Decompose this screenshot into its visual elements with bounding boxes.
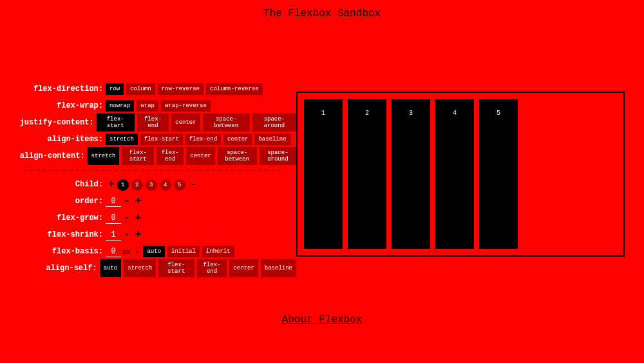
controls-panel: flex-direction: rowcolumnrow-reversecolu…	[0, 19, 296, 277]
section-divider	[23, 170, 281, 171]
flex-shrink-row: flex-shrink: - +	[0, 226, 296, 243]
align-items-option-flex-start[interactable]: flex-start	[140, 133, 183, 145]
flex-shrink-minus-button[interactable]: -	[121, 229, 133, 240]
align-items-label: align-items:	[0, 135, 106, 144]
flex-shrink-input[interactable]	[106, 230, 121, 240]
flex-wrap-option-wrap-reverse[interactable]: wrap-reverse	[161, 100, 211, 112]
order-minus-button[interactable]: -	[121, 195, 133, 207]
child-tab-2[interactable]: 2	[131, 179, 143, 191]
align-self-option-baseline[interactable]: baseline	[261, 259, 296, 277]
flex-item: 4	[435, 99, 474, 249]
flex-wrap-option-nowrap[interactable]: nowrap	[106, 100, 134, 112]
flex-grow-input[interactable]	[106, 213, 121, 224]
align-items-option-stretch[interactable]: stretch	[106, 133, 138, 145]
flex-item: 2	[348, 99, 386, 249]
flex-basis-label: flex-basis:	[0, 247, 106, 256]
align-content-option-flex-start[interactable]: flex-start	[122, 147, 154, 165]
flex-grow-minus-button[interactable]: -	[121, 212, 133, 224]
flex-shrink-label: flex-shrink:	[0, 230, 106, 239]
align-self-option-flex-start[interactable]: flex-start	[158, 259, 194, 277]
flex-basis-option-auto[interactable]: auto	[143, 246, 165, 257]
child-tab-3[interactable]: 3	[146, 179, 157, 191]
sandbox-panel: 12345	[296, 19, 644, 277]
align-self-option-stretch[interactable]: stretch	[124, 259, 156, 277]
flex-basis-unit-select[interactable]: px ▾	[122, 248, 139, 256]
order-row: order: - +	[0, 193, 296, 210]
flex-container: 12345	[296, 92, 625, 257]
child-tab-4[interactable]: 4	[160, 179, 171, 191]
flex-shrink-plus-button[interactable]: +	[133, 229, 144, 240]
justify-content-option-center[interactable]: center	[171, 113, 200, 132]
justify-content-option-flex-start[interactable]: flex-start	[97, 113, 135, 132]
align-content-option-space-between[interactable]: space-between	[218, 147, 257, 165]
align-self-option-auto[interactable]: auto	[100, 259, 122, 277]
chevron-down-icon: ▾	[135, 248, 140, 256]
justify-content-option-space-between[interactable]: space-between	[203, 113, 250, 132]
justify-content-option-space-around[interactable]: space-around	[252, 113, 296, 132]
justify-content-row: justify-content: flex-startflex-endcente…	[0, 114, 296, 131]
flex-wrap-row: flex-wrap: nowrapwrapwrap-reverse	[0, 97, 296, 114]
flex-direction-option-column[interactable]: column	[126, 83, 155, 95]
order-input[interactable]	[106, 196, 121, 207]
align-content-label: align-content:	[0, 152, 88, 161]
add-child-button[interactable]: +	[106, 179, 117, 190]
child-tab-5[interactable]: 5	[174, 179, 185, 191]
order-label: order:	[0, 197, 106, 206]
remove-child-button[interactable]: -	[188, 179, 200, 190]
child-selector-row: Child: + 12345 -	[0, 176, 296, 193]
flex-direction-option-column-reverse[interactable]: column-reverse	[206, 83, 263, 95]
order-plus-button[interactable]: +	[133, 195, 144, 207]
flex-basis-input[interactable]	[106, 246, 121, 257]
align-self-option-flex-end[interactable]: flex-end	[197, 259, 227, 277]
align-items-option-flex-end[interactable]: flex-end	[185, 133, 221, 145]
flex-basis-option-initial[interactable]: initial	[167, 246, 200, 257]
align-items-option-center[interactable]: center	[223, 133, 252, 145]
align-content-row: align-content: stretchflex-startflex-end…	[0, 148, 296, 164]
align-items-option-baseline[interactable]: baseline	[254, 133, 290, 145]
flex-basis-row: flex-basis: px ▾ autoinitialinherit	[0, 243, 296, 260]
flex-direction-option-row[interactable]: row	[106, 83, 124, 95]
child-tab-1[interactable]: 1	[117, 179, 129, 191]
flex-direction-label: flex-direction:	[0, 84, 106, 93]
about-flexbox-link[interactable]: About Flexbox	[0, 314, 644, 326]
align-content-option-space-around[interactable]: space-around	[260, 147, 296, 165]
justify-content-label: justify-content:	[0, 118, 97, 127]
flex-grow-label: flex-grow:	[0, 213, 106, 222]
align-self-label: align-self:	[0, 264, 100, 273]
flex-grow-row: flex-grow: - +	[0, 210, 296, 226]
flex-direction-row: flex-direction: rowcolumnrow-reversecolu…	[0, 81, 296, 97]
align-self-option-center[interactable]: center	[229, 259, 258, 277]
page-title: The Flexbox Sandbox	[0, 0, 644, 19]
justify-content-option-flex-end[interactable]: flex-end	[137, 113, 169, 132]
flex-item: 3	[392, 99, 430, 249]
align-content-option-center[interactable]: center	[186, 147, 214, 165]
flex-item: 5	[479, 99, 518, 249]
align-content-option-stretch[interactable]: stretch	[88, 147, 120, 165]
align-self-row: align-self: autostretchflex-startflex-en…	[0, 260, 296, 277]
flex-direction-option-row-reverse[interactable]: row-reverse	[158, 83, 204, 95]
flex-basis-option-inherit[interactable]: inherit	[202, 246, 234, 257]
align-items-row: align-items: stretchflex-startflex-endce…	[0, 131, 296, 148]
align-content-option-flex-end[interactable]: flex-end	[156, 147, 184, 165]
flex-grow-plus-button[interactable]: +	[133, 212, 144, 224]
flex-wrap-label: flex-wrap:	[0, 101, 106, 110]
flex-wrap-option-wrap[interactable]: wrap	[137, 100, 158, 112]
flex-item: 1	[304, 99, 343, 249]
child-label: Child:	[0, 180, 106, 189]
